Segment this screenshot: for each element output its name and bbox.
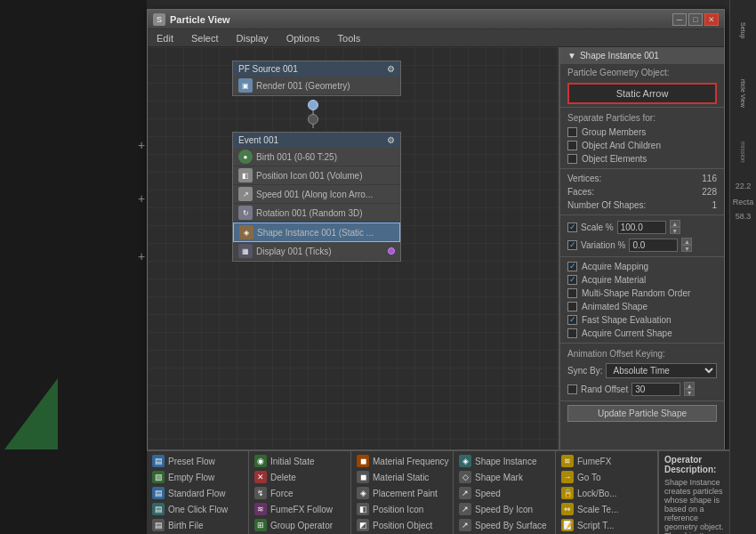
go-to-label: Go To xyxy=(577,473,601,482)
material-static-item[interactable]: ◼ Material Static xyxy=(351,469,453,485)
menu-tools[interactable]: Tools xyxy=(334,31,365,45)
initial-state-label: Initial State xyxy=(270,457,314,466)
shape-instance-item[interactable]: ◈ Shape Instance xyxy=(454,453,555,469)
shape-instance-row[interactable]: ◈ Shape Instance 001 (Static ... xyxy=(233,222,400,242)
script-t-item[interactable]: 📝 Script T... xyxy=(556,517,657,533)
go-to-item[interactable]: → Go To xyxy=(556,469,657,485)
collapse-icon[interactable]: ▼ xyxy=(567,51,576,61)
multi-shape-row[interactable]: Multi-Shape Random Order xyxy=(560,287,724,300)
rotation-row[interactable]: ↻ Rotation 001 (Random 3D) xyxy=(233,204,400,222)
side-btn-3[interactable]: mission xyxy=(736,130,752,174)
animated-shape-row[interactable]: Animated Shape xyxy=(560,300,724,313)
placement-paint-item[interactable]: ◈ Placement Paint xyxy=(351,485,453,501)
rand-offset-down-arrow[interactable]: ▼ xyxy=(684,389,695,396)
variation-checkbox[interactable] xyxy=(567,240,577,250)
empty-flow-item[interactable]: ▧ Empty Flow xyxy=(147,469,248,485)
menu-display[interactable]: Display xyxy=(233,31,272,45)
animated-shape-checkbox[interactable] xyxy=(567,302,577,312)
rand-offset-input[interactable] xyxy=(631,383,680,396)
fumefx-item[interactable]: ≋ FumeFX xyxy=(556,453,657,469)
acquire-mapping-row[interactable]: Acquire Mapping xyxy=(560,260,724,273)
speed-by-icon-item[interactable]: ↗ Speed By Icon xyxy=(454,501,555,517)
variation-down-arrow[interactable]: ▼ xyxy=(681,245,692,252)
acquire-mapping-checkbox[interactable] xyxy=(567,262,577,271)
speed-item[interactable]: ↗ Speed xyxy=(454,485,555,501)
fumefx-follow-label: FumeFX Follow xyxy=(270,505,333,514)
position-object-icon: ◩ xyxy=(357,519,369,531)
acquire-material-row[interactable]: Acquire Material xyxy=(560,273,724,287)
event-gear-icon[interactable]: ⚙ xyxy=(387,135,395,145)
render-label: Render 001 (Geometry) xyxy=(256,81,350,91)
display-row[interactable]: ▦ Display 001 (Ticks) xyxy=(233,242,400,261)
rand-offset-checkbox[interactable] xyxy=(567,384,577,394)
group-members-checkbox[interactable] xyxy=(567,127,577,137)
scale-label: Scale % xyxy=(581,222,614,232)
shape-instance-icon: ◈ xyxy=(239,225,253,239)
pf-source-render-row[interactable]: ▣ Render 001 (Geometry) xyxy=(233,77,400,95)
maximize-button[interactable]: □ xyxy=(688,13,703,26)
group-members-checkbox-row[interactable]: Group Members xyxy=(560,125,724,139)
right-panel-header: ▼ Shape Instance 001 xyxy=(560,47,724,65)
object-elements-checkbox[interactable] xyxy=(567,154,577,164)
close-button[interactable]: ✕ xyxy=(704,13,719,26)
group-operator-label: Group Operator xyxy=(270,521,333,530)
object-children-checkbox-row[interactable]: Object And Children xyxy=(560,139,724,152)
pf-source-gear-icon[interactable]: ⚙ xyxy=(387,64,395,74)
initial-state-item[interactable]: ◉ Initial State xyxy=(249,453,350,469)
object-elements-checkbox-row[interactable]: Object Elements xyxy=(560,152,724,166)
acquire-material-checkbox[interactable] xyxy=(567,275,577,285)
position-icon-item[interactable]: ◧ Position Icon xyxy=(351,501,453,517)
sync-by-select[interactable]: Absolute Time Particle Age Event Duratio… xyxy=(606,363,717,378)
menu-select[interactable]: Select xyxy=(188,31,222,45)
update-button[interactable]: Update Particle Shape xyxy=(567,405,717,422)
one-click-flow-item[interactable]: ▤ One Click Flow xyxy=(147,501,248,517)
preset-flow-item[interactable]: ▤ Preset Flow xyxy=(147,453,248,469)
delete-item[interactable]: ✕ Delete xyxy=(249,469,350,485)
scale-up-arrow[interactable]: ▲ xyxy=(670,220,680,227)
object-children-checkbox[interactable] xyxy=(567,141,577,150)
birth-label: Birth 001 (0-60 T:25) xyxy=(256,152,337,162)
fast-shape-row[interactable]: Fast Shape Evaluation xyxy=(560,313,724,327)
fumefx-label: FumeFX xyxy=(577,457,611,466)
group-operator-item[interactable]: ⊞ Group Operator xyxy=(249,517,350,533)
scale-down-arrow[interactable]: ▼ xyxy=(670,227,680,234)
scale-input[interactable] xyxy=(617,221,666,234)
acquire-current-row[interactable]: Acquire Current Shape xyxy=(560,327,724,340)
position-label: Position Icon 001 (Volume) xyxy=(256,171,363,181)
side-btn-2[interactable]: rticle View xyxy=(736,62,752,125)
acquire-current-checkbox[interactable] xyxy=(567,328,577,338)
position-icon-label: Position Icon xyxy=(373,505,423,514)
speed-by-surface-item[interactable]: ↗ Speed By Surface xyxy=(454,517,555,533)
material-frequency-item[interactable]: ◼ Material Frequency xyxy=(351,453,453,469)
speed-row[interactable]: ↗ Speed 001 (Along Icon Arro... xyxy=(233,185,400,204)
lock-bo-label: Lock/Bo... xyxy=(577,489,616,498)
side-btn-1[interactable]: Setup xyxy=(736,4,752,57)
fast-shape-checkbox[interactable] xyxy=(567,315,577,325)
static-arrow-box[interactable]: Static Arrow xyxy=(567,83,717,104)
multi-shape-checkbox[interactable] xyxy=(567,288,577,298)
scale-te-item[interactable]: ⇔ Scale Te... xyxy=(556,501,657,517)
variation-up-arrow[interactable]: ▲ xyxy=(681,238,692,245)
birth-row[interactable]: ● Birth 001 (0-60 T:25) xyxy=(233,148,400,166)
speed-by-surface-label: Speed By Surface xyxy=(475,521,547,530)
menu-options[interactable]: Options xyxy=(283,31,324,45)
plus-button-2[interactable]: + xyxy=(138,191,145,206)
fumefx-follow-item[interactable]: ≋ FumeFX Follow xyxy=(249,501,350,517)
plus-button-1[interactable]: + xyxy=(138,138,145,152)
side-value-3: 58.3 xyxy=(736,212,752,221)
birth-file-item[interactable]: ▤ Birth File xyxy=(147,517,248,533)
shape-mark-item[interactable]: ◇ Shape Mark xyxy=(454,469,555,485)
plus-button-3[interactable]: + xyxy=(138,249,145,263)
force-item[interactable]: ↯ Force xyxy=(249,485,350,501)
position-row[interactable]: ◧ Position Icon 001 (Volume) xyxy=(233,166,400,185)
lock-bo-item[interactable]: 🔒 Lock/Bo... xyxy=(556,485,657,501)
menu-edit[interactable]: Edit xyxy=(153,31,177,45)
scale-checkbox[interactable] xyxy=(567,222,577,232)
variation-input[interactable] xyxy=(629,239,678,252)
shape-instance-toolbar-icon: ◈ xyxy=(459,455,471,467)
standard-flow-item[interactable]: ▤ Standard Flow xyxy=(147,485,248,501)
position-object-item[interactable]: ◩ Position Object xyxy=(351,517,453,533)
rand-offset-up-arrow[interactable]: ▲ xyxy=(684,382,695,389)
minimize-button[interactable]: ─ xyxy=(672,13,687,26)
group-operator-icon: ⊞ xyxy=(254,519,267,531)
